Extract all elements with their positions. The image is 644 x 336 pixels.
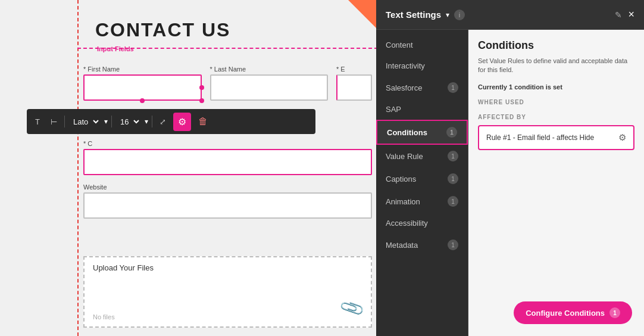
upload-area[interactable]: Upload Your Files No files 📎 [83, 256, 372, 328]
salesforce-nav-badge: 1 [448, 82, 458, 93]
toolbar-divider-1 [64, 116, 65, 127]
anchor-bottom-mid [140, 98, 145, 103]
sidebar-item-sap[interactable]: SAP [376, 99, 468, 120]
sidebar-item-conditions[interactable]: Conditions 1 [376, 120, 468, 145]
captions-nav-badge: 1 [448, 173, 458, 184]
sidebar-item-interactivity[interactable]: Interactivity [376, 55, 468, 76]
animation-nav-label: Animation [386, 197, 420, 206]
red-border-left [77, 0, 79, 336]
conditions-content: Conditions Set Value Rules to define val… [468, 30, 644, 336]
panel-chevron-icon[interactable]: ▾ [446, 11, 449, 19]
anchor-bottom-right [199, 98, 204, 103]
first-name-field-group: * First Name [83, 66, 202, 101]
metadata-nav-label: Metadata [386, 241, 418, 250]
configure-btn-badge: 1 [609, 307, 620, 318]
no-files-text: No files [93, 313, 115, 321]
panel-title: Text Settings [386, 10, 441, 20]
panel-nav: Content Interactivity Salesforce 1 SAP C… [376, 30, 468, 336]
formatting-toolbar: T ⊢ Lato ▾ 16 ▾ ⤢ ⚙ 🗑 [27, 109, 315, 134]
contact-us-heading: CONTACT US [95, 19, 230, 41]
content-nav-label: Content [386, 41, 413, 49]
rule-settings-icon[interactable]: ⚙ [618, 132, 626, 143]
animation-nav-badge: 1 [448, 196, 458, 207]
configure-conditions-label: Configure Conditions [526, 309, 605, 318]
conditions-panel-title: Conditions [478, 39, 634, 52]
website-label: Website [83, 183, 372, 191]
orange-corner-decoration [348, 0, 378, 30]
salesforce-nav-label: Salesforce [386, 83, 422, 92]
delete-button[interactable]: 🗑 [195, 114, 211, 129]
form-area: * First Name * Last Name * E [83, 54, 372, 219]
sidebar-item-animation[interactable]: Animation 1 [376, 190, 468, 213]
value-rule-nav-label: Value Rule [386, 152, 423, 161]
anchor-right-mid [199, 85, 204, 90]
font-family-select[interactable]: Lato [68, 116, 101, 128]
sidebar-item-captions[interactable]: Captions 1 [376, 167, 468, 190]
city-field-group: * C [83, 140, 372, 175]
input-fields-label: Input Fields [97, 45, 134, 52]
configure-conditions-button[interactable]: Configure Conditions 1 [514, 301, 632, 324]
affected-by-rule-text: Rule #1 - Email field - affects Hide [486, 133, 594, 142]
expand-button[interactable]: ⤢ [156, 115, 170, 129]
first-name-input[interactable] [83, 74, 202, 101]
upload-title: Upload Your Files [93, 263, 154, 272]
align-button[interactable]: ⊢ [47, 115, 61, 129]
right-panel: Text Settings ▾ i ✎ × Content Interactiv… [376, 0, 644, 336]
paperclip-icon: 📎 [338, 294, 366, 322]
last-name-label: * Last Name [210, 66, 329, 73]
sidebar-item-value-rule[interactable]: Value Rule 1 [376, 145, 468, 167]
sidebar-item-content[interactable]: Content [376, 35, 468, 55]
accessibility-nav-label: Accessibility [386, 219, 428, 228]
sidebar-item-metadata[interactable]: Metadata 1 [376, 234, 468, 256]
website-input[interactable] [83, 192, 372, 219]
text-type-button[interactable]: T [32, 115, 43, 129]
condition-status: Currently 1 condition is set [478, 83, 634, 91]
website-section: Website [83, 183, 372, 219]
sap-nav-label: SAP [386, 105, 401, 114]
panel-actions: ✎ × [615, 8, 634, 21]
toolbar-divider-3 [152, 116, 152, 127]
sidebar-item-salesforce[interactable]: Salesforce 1 [376, 76, 468, 99]
conditions-nav-badge: 1 [446, 127, 457, 138]
panel-close-icon[interactable]: × [628, 8, 634, 21]
email-label: * E [336, 66, 372, 73]
metadata-nav-badge: 1 [448, 239, 458, 250]
font-size-select[interactable]: 16 [115, 116, 141, 128]
gear-button[interactable]: ⚙ [173, 113, 191, 131]
conditions-description: Set Value Rules to define valid and acce… [478, 57, 634, 75]
conditions-nav-label: Conditions [387, 128, 427, 137]
captions-nav-label: Captions [386, 175, 416, 183]
sidebar-item-accessibility[interactable]: Accessibility [376, 213, 468, 234]
panel-body: Content Interactivity Salesforce 1 SAP C… [376, 30, 644, 336]
email-field-group: * E [336, 66, 372, 101]
panel-title-row: Text Settings ▾ i [386, 10, 465, 20]
where-used-label: WHERE USED [478, 99, 634, 105]
panel-info-badge[interactable]: i [454, 10, 465, 20]
affected-by-box: Rule #1 - Email field - affects Hide ⚙ [478, 125, 634, 150]
city-input[interactable] [83, 149, 372, 175]
panel-header: Text Settings ▾ i ✎ × [376, 0, 644, 30]
affected-by-label: AFFECTED BY [478, 114, 634, 120]
interactivity-nav-label: Interactivity [386, 61, 425, 70]
panel-edit-icon[interactable]: ✎ [615, 10, 622, 20]
toolbar-divider-2 [111, 116, 112, 127]
last-name-field-group: * Last Name [210, 66, 329, 101]
value-rule-nav-badge: 1 [448, 151, 458, 161]
font-chevron-icon: ▾ [104, 117, 108, 126]
size-chevron-icon: ▾ [145, 117, 148, 126]
email-input[interactable] [336, 74, 372, 101]
last-name-input[interactable] [210, 74, 329, 101]
first-name-label: * First Name [83, 66, 202, 73]
canvas-area: CONTACT US Input Fields * First Name [0, 0, 378, 336]
first-name-wrapper [83, 74, 202, 101]
city-label: * C [83, 140, 372, 147]
